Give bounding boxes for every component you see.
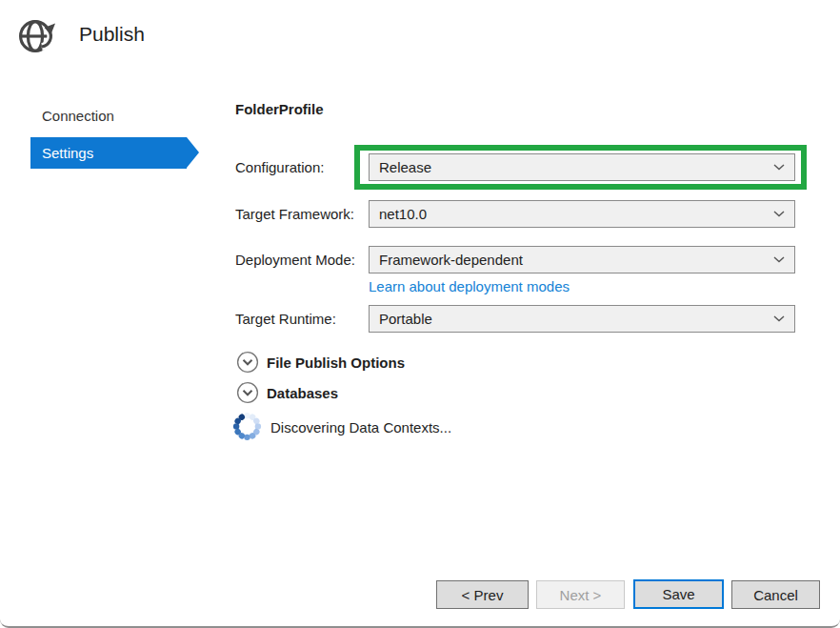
- expander-chevron-icon[interactable]: [236, 351, 259, 374]
- publish-globe-icon: [16, 13, 58, 55]
- page-title: Publish: [79, 23, 145, 46]
- deployment-modes-link[interactable]: Learn about deployment modes: [369, 278, 570, 294]
- sidebar-item-connection[interactable]: Connection: [30, 100, 187, 132]
- status-message: Discovering Data Contexts...: [270, 419, 451, 436]
- target-runtime-dropdown[interactable]: Portable: [369, 305, 795, 333]
- chevron-down-icon: [773, 256, 785, 263]
- configuration-label: Configuration:: [235, 159, 324, 175]
- target-framework-label: Target Framework:: [235, 206, 354, 222]
- configuration-value: Release: [379, 159, 431, 175]
- section-file-publish-options[interactable]: File Publish Options: [267, 355, 405, 371]
- section-databases[interactable]: Databases: [267, 385, 338, 401]
- target-framework-dropdown[interactable]: net10.0: [369, 200, 795, 228]
- expander-chevron-icon[interactable]: [236, 381, 259, 404]
- chevron-down-icon: [773, 315, 785, 322]
- configuration-dropdown[interactable]: Release: [369, 153, 795, 181]
- deployment-mode-label: Deployment Mode:: [235, 252, 355, 268]
- target-framework-value: net10.0: [379, 206, 427, 222]
- next-button: Next >: [536, 580, 625, 609]
- loading-spinner-icon: [232, 412, 262, 441]
- chevron-down-icon: [773, 164, 785, 171]
- chevron-down-icon: [773, 211, 785, 217]
- target-runtime-value: Portable: [379, 311, 432, 327]
- cancel-button[interactable]: Cancel: [731, 580, 820, 609]
- publish-dialog: Publish Connection Settings FolderProfil…: [0, 0, 840, 628]
- sidebar-item-settings[interactable]: Settings: [30, 137, 187, 169]
- prev-button[interactable]: < Prev: [436, 580, 529, 609]
- deployment-mode-value: Framework-dependent: [379, 252, 523, 268]
- target-runtime-label: Target Runtime:: [235, 311, 336, 327]
- profile-name-heading: FolderProfile: [235, 101, 324, 117]
- save-button[interactable]: Save: [633, 579, 724, 609]
- deployment-mode-dropdown[interactable]: Framework-dependent: [369, 246, 795, 273]
- selected-item-arrow: [187, 137, 199, 168]
